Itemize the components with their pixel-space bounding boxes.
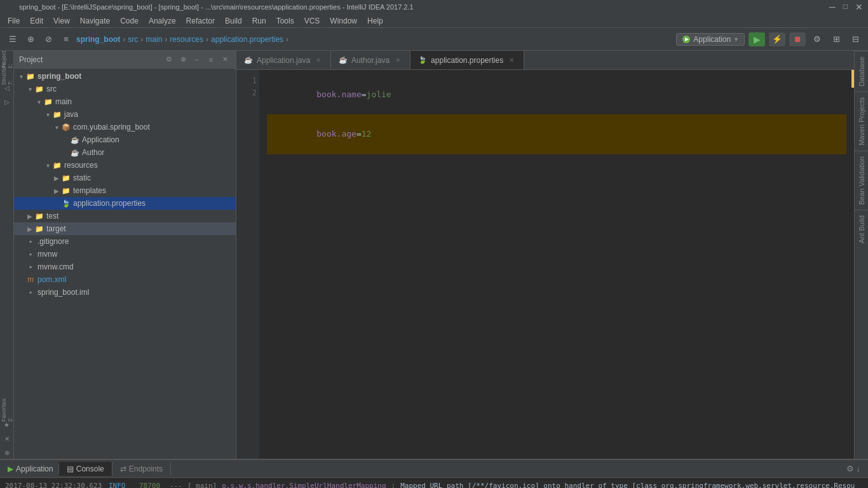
tree-item-static[interactable]: ▶ 📁 static [14, 172, 236, 184]
tree-item-main[interactable]: ▾ 📁 main [14, 95, 236, 108]
close-button[interactable]: ✕ [855, 2, 863, 12]
editor-tabs-bar: ☕ Application.java ✕ ☕ Author.java ✕ 🍃 a… [236, 51, 854, 70]
menu-edit[interactable]: Edit [25, 15, 48, 27]
tab-close-appprops[interactable]: ✕ [507, 56, 516, 65]
toolbar-icon-btn-2[interactable]: ⊕ [23, 32, 38, 47]
tree-item-iml[interactable]: ▪ spring_boot.iml [14, 286, 236, 299]
menu-vcs[interactable]: VCS [299, 15, 325, 27]
right-tab-bean[interactable]: Bean Validation [855, 151, 868, 210]
menu-navigate[interactable]: Navigate [75, 15, 115, 27]
project-panel-header: Project ⚙ ⊕ − ≡ ✕ [14, 51, 236, 69]
left-icon-5[interactable]: 2: Favorites [1, 404, 13, 417]
menu-window[interactable]: Window [325, 15, 362, 27]
menu-view[interactable]: View [48, 15, 75, 27]
breadcrumb-project[interactable]: spring_boot [76, 35, 120, 44]
tree-arrow-package[interactable]: ▾ [52, 124, 61, 131]
code-editor[interactable]: book.name=jolie book.age=12 [259, 70, 854, 459]
minimize-button[interactable]: ─ [829, 2, 836, 12]
project-close-btn[interactable]: ✕ [219, 54, 231, 65]
project-add-btn[interactable]: ⊕ [177, 54, 189, 65]
left-icon-7[interactable]: ✕ [1, 432, 13, 445]
mvnwcmd-icon: ▪ [25, 262, 36, 272]
debug-button[interactable]: ⚡ [769, 32, 785, 46]
tree-arrow-resources[interactable]: ▾ [43, 162, 52, 169]
menu-help[interactable]: Help [362, 15, 388, 27]
tree-arrow-test[interactable]: ▶ [25, 213, 34, 220]
tree-item-mvnw[interactable]: ▪ mvnw [14, 248, 236, 261]
tree-item-package[interactable]: ▾ 📦 com.yubai.spring_boot [14, 121, 236, 133]
right-tab-maven[interactable]: Maven Projects [855, 92, 868, 151]
tree-item-java[interactable]: ▾ 📁 java [14, 108, 236, 121]
toolbar-icon-btn-1[interactable]: ☰ [5, 32, 20, 47]
folder-icon-main: 📁 [43, 97, 53, 107]
tree-arrow-static[interactable]: ▶ [52, 175, 61, 182]
toolbar-right-btn-1[interactable]: ⚙ [810, 32, 825, 47]
bottom-panel-settings[interactable]: ⚙ ↓ [846, 464, 866, 473]
code-eq-1: = [362, 90, 367, 99]
right-tab-database[interactable]: Database [855, 51, 868, 92]
menu-code[interactable]: Code [115, 15, 144, 27]
menu-tools[interactable]: Tools [271, 15, 299, 27]
tab-close-author[interactable]: ✕ [393, 56, 402, 65]
tree-arrow-java[interactable]: ▾ [43, 111, 52, 118]
tree-item-templates[interactable]: ▶ 📁 templates [14, 184, 236, 197]
stop-button[interactable]: ⏹ [789, 32, 806, 46]
bottom-settings-icon[interactable]: ⚙ [846, 464, 854, 473]
console-icon: ▤ [67, 464, 74, 473]
tab-app-properties[interactable]: 🍃 application.properties ✕ [410, 51, 524, 69]
left-icon-8[interactable]: ⊕ [1, 446, 13, 459]
project-panel: Project ⚙ ⊕ − ≡ ✕ ▾ 📁 spring_boot ▾ 📁 sr… [14, 51, 236, 459]
tree-item-mvnwcmd[interactable]: ▪ mvnw.cmd [14, 261, 236, 273]
right-sidebar: Database Maven Projects Bean Validation … [854, 51, 868, 459]
tree-item-test[interactable]: ▶ 📁 test [14, 210, 236, 222]
breadcrumb-main[interactable]: main [146, 35, 162, 44]
menu-file[interactable]: File [3, 15, 25, 27]
toolbar-icon-btn-4[interactable]: ≡ [58, 32, 74, 47]
tree-item-src[interactable]: ▾ 📁 src [14, 83, 236, 95]
run-config-label: Application [16, 464, 53, 473]
right-tab-ant[interactable]: Ant Build [855, 210, 868, 248]
code-key-2: book.age [316, 129, 356, 139]
run-config-selector[interactable]: Application ▼ [676, 33, 745, 46]
tree-item-appprops[interactable]: 🍃 application.properties [14, 197, 236, 210]
menu-run[interactable]: Run [247, 15, 271, 27]
tree-label-target: target [46, 224, 66, 233]
breadcrumb-file[interactable]: application.properties [211, 35, 283, 44]
maximize-button[interactable]: □ [843, 2, 848, 12]
tree-item-pomxml[interactable]: m pom.xml [14, 273, 236, 286]
tree-item-target[interactable]: ▶ 📁 target [14, 222, 236, 235]
toolbar-right-btn-3[interactable]: ⊟ [848, 32, 863, 47]
toolbar-right-btn-2[interactable]: ⊞ [829, 32, 844, 47]
tab-application-java[interactable]: ☕ Application.java ✕ [236, 51, 331, 69]
menu-analyze[interactable]: Analyze [144, 15, 181, 27]
tree-arrow-main[interactable]: ▾ [34, 98, 43, 105]
breadcrumb-resources[interactable]: resources [170, 35, 203, 44]
project-collapse-btn[interactable]: − [191, 54, 203, 65]
bottom-close-icon[interactable]: ↓ [857, 464, 861, 473]
bottom-tab-console[interactable]: ▤ Console [59, 462, 112, 476]
folder-icon-src: 📁 [34, 84, 44, 94]
tab-author-java[interactable]: ☕ Author.java ✕ [331, 51, 410, 69]
tree-arrow-target[interactable]: ▶ [25, 226, 34, 233]
project-gear-btn[interactable]: ≡ [205, 54, 217, 65]
tree-arrow-src[interactable]: ▾ [25, 86, 34, 93]
menu-refactor[interactable]: Refactor [181, 15, 220, 27]
menu-build[interactable]: Build [220, 15, 247, 27]
tree-item-application[interactable]: ☕ Application [14, 133, 236, 146]
tab-close-application[interactable]: ✕ [314, 56, 323, 65]
tree-item-resources[interactable]: ▾ 📁 resources [14, 159, 236, 172]
toolbar-icon-btn-3[interactable]: ⊘ [41, 32, 56, 47]
left-icon-4[interactable]: ▷ [1, 95, 13, 108]
tree-arrow-springboot[interactable]: ▾ [17, 73, 25, 80]
run-button[interactable]: ▶ [749, 32, 765, 46]
tree-item-gitignore[interactable]: ▪ .gitignore [14, 235, 236, 248]
tree-item-springboot[interactable]: ▾ 📁 spring_boot [14, 70, 236, 83]
tree-item-author[interactable]: ☕ Author [14, 146, 236, 159]
left-icon-2[interactable]: 7: Structure [1, 67, 13, 80]
bottom-tab-endpoints[interactable]: ⇄ Endpoints [112, 462, 171, 476]
breadcrumb-src[interactable]: src [128, 35, 138, 44]
tree-arrow-templates[interactable]: ▶ [52, 187, 61, 194]
window-controls[interactable]: ─ □ ✕ [829, 2, 863, 12]
console-output: 2017-08-13 22:32:30.623 INFO 78700 --- [… [0, 478, 868, 488]
project-settings-btn[interactable]: ⚙ [163, 54, 175, 65]
